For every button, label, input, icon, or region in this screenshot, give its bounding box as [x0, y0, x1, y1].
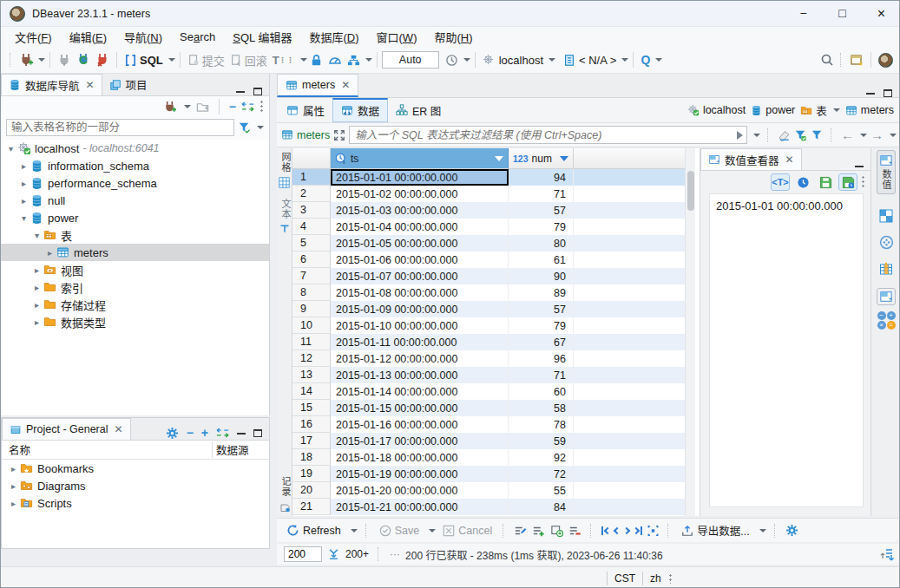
first-row-button[interactable]: [601, 526, 610, 535]
cell-ts[interactable]: 2015-01-05 00:00:00.000: [331, 235, 509, 252]
row-number-cell[interactable]: 14: [292, 383, 331, 400]
tab-text-presentation[interactable]: 文本: [277, 195, 292, 223]
collapse-all-icon[interactable]: −: [187, 426, 194, 440]
cell-ts[interactable]: 2015-01-09 00:00:00.000: [331, 301, 509, 317]
breadcrumb-connection[interactable]: localhost: [687, 104, 746, 116]
value-viewer-content[interactable]: 2015-01-01 00:00:00.000: [709, 193, 864, 507]
tab-properties[interactable]: 属性: [279, 98, 332, 122]
row-number-cell[interactable]: 6: [292, 252, 331, 268]
filter-dropdown[interactable]: [257, 126, 264, 129]
tab-project-general[interactable]: Project - General✕: [2, 418, 131, 440]
expander-closed-icon[interactable]: ▸: [17, 196, 30, 206]
custom-filter-icon[interactable]: [811, 129, 824, 141]
last-row-button[interactable]: [634, 526, 642, 535]
cancel-button[interactable]: Cancel: [440, 523, 495, 539]
references-panel-icon[interactable]: [879, 235, 894, 250]
cell-num[interactable]: 78: [509, 416, 574, 433]
minimize-panel-icon[interactable]: [855, 165, 864, 167]
datetime-view-icon[interactable]: [793, 173, 812, 191]
row-number-cell[interactable]: 17: [292, 433, 331, 449]
commit-button[interactable]: 提交: [185, 50, 227, 70]
cell-ts[interactable]: 2015-01-16 00:00:00.000: [331, 416, 509, 433]
resultset-table-name[interactable]: meters: [297, 129, 330, 141]
minimize-button[interactable]: −: [784, 1, 823, 26]
close-icon[interactable]: ✕: [785, 154, 794, 166]
tree-item-表[interactable]: ▾表: [1, 226, 269, 244]
cell-ts[interactable]: 2015-01-11 00:00:00.000: [331, 334, 509, 350]
table-row[interactable]: 152015-01-15 00:00:00.00058: [292, 400, 685, 416]
text-view-icon[interactable]: <T>: [771, 173, 790, 191]
save-filter-icon[interactable]: [794, 129, 807, 141]
menu-item[interactable]: SQL 编辑器: [224, 27, 300, 47]
table-row[interactable]: 42015-01-04 00:00:00.00079: [292, 219, 685, 235]
refresh-button[interactable]: Refresh: [284, 522, 344, 539]
fetch-more-label[interactable]: 200+: [345, 548, 369, 560]
collapse-all-icon[interactable]: −: [229, 102, 236, 111]
table-row[interactable]: 52015-01-05 00:00:00.00080: [292, 235, 685, 252]
expand-panel-icon[interactable]: [333, 129, 345, 141]
cell-ts[interactable]: 2015-01-17 00:00:00.000: [331, 433, 509, 449]
value-viewer-toggle[interactable]: 数值: [877, 150, 896, 194]
minimize-panel-icon[interactable]: [866, 92, 875, 95]
save-value-icon[interactable]: [816, 173, 835, 191]
export-dropdown[interactable]: [759, 529, 766, 532]
tree-item-数据类型[interactable]: ▸数据类型: [1, 313, 269, 330]
tab-er-diagram[interactable]: ER 图: [388, 98, 449, 122]
maximize-panel-icon[interactable]: [884, 89, 892, 97]
cell-ts[interactable]: 2015-01-06 00:00:00.000: [331, 252, 509, 268]
table-row[interactable]: 82015-01-08 00:00:00.00089: [292, 284, 685, 301]
expander-open-icon[interactable]: ▾: [4, 144, 17, 154]
close-icon[interactable]: ✕: [86, 79, 95, 91]
grouping-panel-icon[interactable]: [877, 288, 896, 305]
cell-ts[interactable]: 2015-01-13 00:00:00.000: [331, 367, 509, 383]
clear-filter-icon[interactable]: [778, 129, 791, 141]
cell-num[interactable]: 84: [509, 499, 574, 515]
add-row-icon[interactable]: [532, 525, 546, 537]
forward-history-dropdown[interactable]: [890, 134, 897, 137]
row-number-cell[interactable]: 18: [292, 449, 331, 466]
calc-row-count-icon[interactable]: [880, 547, 894, 561]
maximize-button[interactable]: □: [823, 1, 862, 26]
cell-num[interactable]: 58: [509, 400, 574, 416]
cell-num[interactable]: 60: [509, 383, 574, 400]
editor-tab-meters[interactable]: meters✕: [277, 74, 358, 97]
duplicate-row-icon[interactable]: [550, 525, 564, 537]
new-folder-icon[interactable]: [196, 101, 209, 114]
connect-button[interactable]: [55, 51, 74, 69]
column-header-ts[interactable]: 9 ts: [331, 148, 509, 169]
search-metadata-icon[interactable]: Q: [638, 51, 653, 69]
cell-num[interactable]: 79: [509, 219, 574, 235]
maximize-panel-icon[interactable]: [253, 88, 262, 95]
tree-item-索引[interactable]: ▸索引: [1, 278, 269, 296]
project-item-Diagrams[interactable]: ▸Diagrams: [2, 477, 269, 494]
row-number-cell[interactable]: 16: [292, 416, 331, 433]
menu-item[interactable]: 数据库(D): [300, 27, 367, 47]
tree-item-localhost[interactable]: ▾localhost - localhost:6041: [1, 140, 269, 157]
save-dropdown[interactable]: [429, 529, 436, 532]
cell-num[interactable]: 94: [509, 169, 574, 186]
table-dropdown[interactable]: [833, 108, 840, 112]
cell-num[interactable]: 71: [509, 367, 574, 383]
commit-mode-combo[interactable]: Auto: [382, 51, 439, 69]
cell-num[interactable]: 59: [509, 433, 574, 449]
new-connection-dropdown[interactable]: [184, 105, 191, 108]
go-to-row-icon[interactable]: [647, 525, 660, 537]
delete-row-icon[interactable]: [568, 525, 582, 537]
table-row[interactable]: 142015-01-14 00:00:00.00060: [292, 383, 685, 400]
network-icon[interactable]: [345, 52, 363, 69]
row-number-cell[interactable]: 4: [292, 219, 331, 235]
cell-num[interactable]: 57: [509, 301, 574, 317]
cell-ts[interactable]: 2015-01-07 00:00:00.000: [331, 268, 509, 284]
column-name[interactable]: 名称: [2, 441, 212, 458]
cell-ts[interactable]: 2015-01-03 00:00:00.000: [331, 202, 509, 219]
apply-filter-icon[interactable]: [737, 131, 743, 140]
reconnect-button[interactable]: [74, 51, 93, 69]
save-button[interactable]: Save: [377, 523, 423, 539]
tree-item-存储过程[interactable]: ▸存储过程: [1, 296, 269, 313]
language-indicator[interactable]: zh: [650, 572, 661, 585]
row-number-cell[interactable]: 8: [292, 284, 331, 301]
cell-num[interactable]: 72: [509, 466, 574, 482]
fetch-next-icon[interactable]: [327, 548, 340, 560]
tree-item-performance_schema[interactable]: ▸performance_schema: [1, 174, 269, 192]
edit-cell-icon[interactable]: [514, 525, 528, 537]
